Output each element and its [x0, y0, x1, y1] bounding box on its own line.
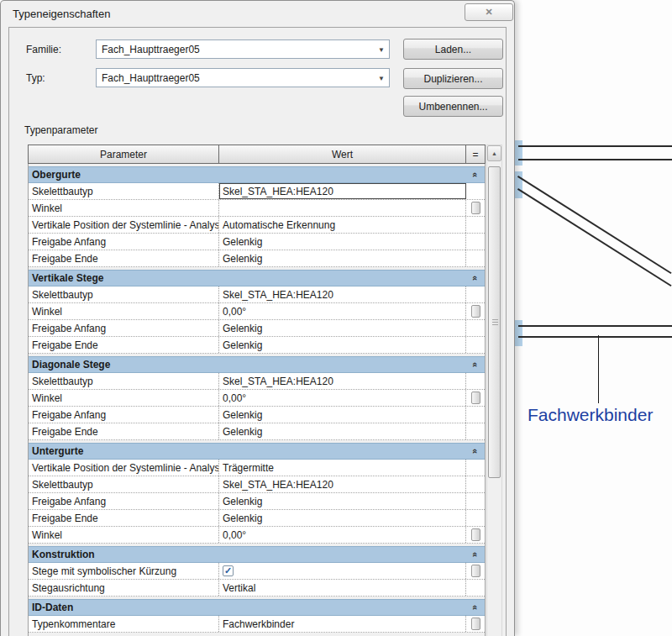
param-cell: Skelettbautyp [29, 476, 219, 492]
table-row[interactable]: Typenkommentare Fachwerkbinder [29, 616, 485, 633]
param-cell: Freigabe Anfang [29, 407, 219, 423]
assoc-cell [466, 390, 485, 406]
section-header-obergurte[interactable]: Obergurte « [29, 166, 485, 183]
assoc-cell [466, 493, 485, 509]
table-row[interactable]: Winkel 0,00° [29, 303, 485, 320]
associate-parameter-button[interactable] [471, 528, 480, 541]
value-cell[interactable]: Trägermitte [219, 460, 466, 476]
collapse-chevron-icon[interactable]: « [470, 449, 480, 454]
associate-parameter-button[interactable] [471, 305, 480, 318]
value-cell[interactable]: 0,00° [219, 527, 466, 543]
umbenennen-button[interactable]: Umbenennen... [403, 96, 503, 117]
table-row[interactable]: Vertikale Position der Systemlinie - Ana… [29, 217, 485, 234]
associate-parameter-button[interactable] [471, 565, 480, 577]
close-button[interactable]: ✕ [465, 3, 513, 21]
value-cell[interactable]: 0,00° [219, 303, 466, 319]
value-cell[interactable]: Gelenkig [219, 234, 466, 250]
value-cell[interactable]: Skel_STA_HEA:HEA120 [219, 183, 466, 199]
value-cell[interactable]: Gelenkig [219, 510, 466, 526]
type-properties-dialog: Typeneigenschaften ✕ Familie: Fach_Haupt… [0, 0, 515, 636]
value-cell[interactable]: Gelenkig [219, 407, 466, 423]
associate-parameter-button[interactable] [471, 618, 480, 630]
table-row[interactable]: Winkel 0,00° [29, 390, 485, 407]
section-header-konstruktion[interactable]: Konstruktion « [29, 546, 485, 563]
table-row[interactable]: Stegausrichtung Vertikal [29, 580, 485, 597]
table-row[interactable]: Skelettbautyp Skel_STA_HEA:HEA120 [29, 476, 485, 493]
value-cell[interactable]: Gelenkig [219, 423, 466, 439]
assoc-cell [466, 423, 485, 439]
section-header-id-daten[interactable]: ID-Daten « [29, 599, 485, 616]
table-row[interactable]: Freigabe Anfang Gelenkig [29, 320, 485, 337]
section-header-untergurte[interactable]: Untergurte « [29, 443, 485, 460]
table-row[interactable]: Freigabe Ende Gelenkig [29, 337, 485, 354]
section-header-diagonale-stege[interactable]: Diagonale Stege « [29, 356, 485, 373]
scrollbar-thumb[interactable] [488, 166, 501, 478]
check-icon: ✓ [224, 566, 232, 576]
table-row[interactable]: Freigabe Ende Gelenkig [29, 250, 485, 267]
associate-parameter-button[interactable] [471, 202, 480, 214]
table-body: Obergurte « Skelettbautyp Skel_STA_HEA:H… [28, 164, 486, 636]
assoc-cell [466, 476, 485, 492]
table-scrollbar[interactable]: ▲ [486, 145, 502, 636]
scroll-up-arrow-icon: ▲ [491, 150, 497, 156]
assoc-cell [466, 250, 485, 266]
table-row[interactable]: Winkel [29, 200, 485, 217]
assoc-cell [466, 303, 485, 319]
table-row[interactable]: Skelettbautyp Skel_STA_HEA:HEA120 [29, 286, 485, 303]
dialog-titlebar[interactable]: Typeneigenschaften ✕ [1, 1, 514, 26]
value-cell[interactable]: Vertikal [219, 580, 466, 596]
value-cell[interactable]: Gelenkig [219, 493, 466, 509]
table-row[interactable]: Freigabe Ende Gelenkig [29, 510, 485, 527]
value-cell[interactable]: 0,00° [219, 390, 466, 406]
param-cell: Skelettbautyp [29, 183, 219, 199]
value-cell[interactable]: Automatische Erkennung [219, 217, 466, 233]
assoc-cell [466, 286, 485, 302]
table-row[interactable]: Winkel 0,00° [29, 527, 485, 544]
screen: Fachwerkbinder Typeneigenschaften ✕ Fami… [0, 0, 672, 636]
collapse-chevron-icon[interactable]: « [470, 276, 480, 281]
table-row[interactable]: Stege mit symbolischer Kürzung ✓ [29, 563, 485, 580]
param-cell: Stegausrichtung [29, 580, 219, 596]
collapse-chevron-icon[interactable]: « [470, 605, 480, 610]
checkbox-checked[interactable]: ✓ [223, 565, 234, 576]
value-cell[interactable]: Fachwerkbinder [219, 616, 466, 632]
duplizieren-button[interactable]: Duplizieren... [403, 68, 503, 89]
param-cell: Stege mit symbolischer Kürzung [29, 563, 219, 579]
value-cell[interactable]: Skel_STA_HEA:HEA120 [219, 373, 466, 389]
familie-label: Familie: [26, 44, 61, 55]
familie-dropdown[interactable]: Fach_Haupttraeger05 ▼ [96, 39, 390, 59]
dropdown-arrow-icon: ▼ [378, 75, 385, 82]
typ-dropdown[interactable]: Fach_Haupttraeger05 ▼ [96, 68, 390, 87]
table-row[interactable]: Vertikale Position der Systemlinie - Ana… [29, 460, 485, 476]
collapse-chevron-icon[interactable]: « [470, 362, 480, 367]
collapse-chevron-icon[interactable]: « [470, 172, 480, 177]
section-title: Obergurte [32, 169, 81, 181]
section-title: Konstruktion [32, 549, 95, 560]
typ-label: Typ: [26, 72, 45, 84]
assoc-cell [466, 183, 485, 199]
table-row[interactable]: Freigabe Anfang Gelenkig [29, 493, 485, 510]
associate-parameter-button[interactable] [471, 392, 480, 404]
table-row[interactable]: Skelettbautyp Skel_STA_HEA:HEA120 [29, 183, 485, 200]
value-cell[interactable]: Skel_STA_HEA:HEA120 [219, 476, 466, 492]
scrollbar-up-button[interactable]: ▲ [487, 145, 501, 161]
value-cell[interactable]: Gelenkig [219, 320, 466, 336]
param-cell: Winkel [29, 390, 219, 406]
section-header-vertikale-stege[interactable]: Vertikale Stege « [29, 270, 485, 286]
table-row[interactable]: Freigabe Anfang Gelenkig [29, 234, 485, 250]
value-cell[interactable]: ✓ [219, 563, 466, 579]
value-cell[interactable]: Skel_STA_HEA:HEA120 [219, 286, 466, 302]
param-cell: Skelettbautyp [29, 373, 219, 389]
table-row[interactable]: Skelettbautyp Skel_STA_HEA:HEA120 [29, 373, 485, 390]
param-cell: Freigabe Ende [29, 510, 219, 526]
param-cell: Freigabe Ende [29, 250, 219, 266]
table-row[interactable]: Freigabe Anfang Gelenkig [29, 407, 485, 423]
table-row[interactable]: Freigabe Ende Gelenkig [29, 423, 485, 440]
collapse-chevron-icon[interactable]: « [470, 552, 480, 557]
value-cell[interactable]: Gelenkig [219, 337, 466, 353]
laden-button[interactable]: Laden... [403, 39, 503, 60]
assoc-cell [466, 337, 485, 353]
assoc-cell [466, 460, 485, 476]
value-cell[interactable] [219, 200, 466, 216]
value-cell[interactable]: Gelenkig [219, 250, 466, 266]
